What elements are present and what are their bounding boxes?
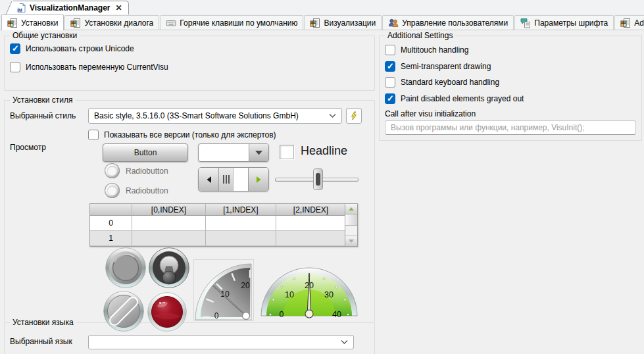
preview-pushbutton-knob	[105, 247, 146, 290]
standard-keyboard-handling-checkbox[interactable]	[385, 77, 395, 88]
tab-parametry-shrifta[interactable]: Параметры шрифта	[514, 15, 614, 30]
preview-slider	[275, 168, 359, 191]
group-language-settings: Установки языка Выбранный язык	[4, 322, 375, 354]
selected-language-label: Выбранный язык	[10, 337, 72, 346]
preview-radiobutton-label: Radiobutton	[126, 166, 168, 176]
preview-meter: 0 10 20 30 40	[259, 266, 359, 323]
preview-rotary-knob	[149, 247, 189, 290]
preview-lamp	[147, 292, 187, 334]
table-header-cell: [2,INDEX]	[276, 204, 345, 215]
document-tab-strip: M VisualizationManager ✕	[0, 0, 644, 15]
show-all-versions-checkbox[interactable]	[88, 130, 99, 140]
lightning-icon	[349, 111, 359, 120]
visualization-settings-icon	[70, 18, 81, 28]
quarter-gauge-label: 20	[241, 281, 250, 290]
preview-combobox	[198, 143, 269, 162]
triangle-down-icon	[348, 239, 355, 243]
group-style-settings: Установки стиля Выбранный стиль Basic st…	[4, 100, 375, 322]
use-unicode-checkbox[interactable]	[10, 43, 20, 54]
tab-label: Управление пользователями	[402, 18, 508, 28]
font-parameters-icon	[520, 18, 531, 28]
keyboard-icon	[166, 18, 176, 28]
visualization-manager-document-icon: M	[16, 3, 26, 13]
settings-tab-bar: Установки Установки диалога Горячие к	[0, 14, 644, 30]
tab-upravlenie-polzovatelyami[interactable]: Управление пользователями	[382, 15, 514, 30]
visualization-settings-icon	[620, 18, 631, 28]
meter-label: 10	[285, 290, 294, 299]
checkbox-label: Paint disabled elements grayed out	[401, 94, 524, 103]
checkbox-label: Использовать переменную CurrentVisu	[26, 63, 168, 72]
tab-ustanovki-dialoga[interactable]: Установки диалога	[64, 15, 159, 30]
chevron-down-icon	[341, 340, 348, 345]
paint-disabled-grayed-checkbox[interactable]	[385, 93, 395, 104]
preview-combobox-arrow	[249, 144, 268, 161]
call-after-visu-init-label: Call after visu initialization	[385, 109, 476, 118]
table-header-cell: [0,INDEX]	[132, 204, 206, 215]
checkbox-row-show-all-versions: Показывать все версии (только для экспер…	[88, 130, 276, 140]
tab-label: Параметры шрифта	[534, 18, 608, 28]
table-cell	[206, 216, 276, 230]
selected-language-combobox[interactable]	[88, 335, 354, 349]
tab-label: Установки	[21, 18, 58, 28]
group-general-settings: Общие установки Использовать строки Unic…	[4, 36, 375, 91]
table-cell	[206, 231, 276, 245]
style-refresh-button[interactable]	[346, 108, 362, 124]
table-cell	[276, 231, 345, 245]
table-header-cell	[90, 204, 132, 215]
spin-left-button	[199, 168, 219, 191]
quarter-gauge-label: 0	[214, 311, 219, 320]
svg-text:M: M	[18, 7, 22, 13]
table-cell	[132, 216, 206, 230]
triangle-up-icon	[348, 207, 355, 211]
table-row: 1	[90, 231, 345, 246]
checkbox-label: Использовать строки Unicode	[26, 44, 134, 53]
users-icon	[388, 18, 399, 28]
close-icon[interactable]: ✕	[115, 3, 122, 13]
meter-label: 30	[324, 290, 334, 299]
chevron-down-icon	[329, 114, 336, 118]
table-header-cell: [1,INDEX]	[206, 204, 276, 215]
scroll-up-button	[345, 204, 357, 215]
group-additional-settings: Additional Settings Multitouch handling …	[379, 36, 642, 141]
preview-radiobutton-label: Radiobutton	[126, 186, 168, 195]
table-cell	[132, 231, 206, 245]
checkbox-label: Semi-transparent drawing	[401, 62, 491, 71]
use-currentvisu-checkbox[interactable]	[10, 62, 20, 72]
visualization-settings-icon	[310, 18, 320, 28]
selected-style-combobox[interactable]: Basic style, 3.5.16.0 (3S-Smart Software…	[88, 108, 342, 124]
tab-label: Установки диалога	[84, 18, 153, 28]
preview-label: Просмотр	[10, 143, 46, 152]
scroll-thumb	[345, 215, 357, 226]
checkbox-row-standard-keyboard: Standard keyboard handling	[385, 77, 499, 88]
document-tab-title: VisualizationManager	[30, 3, 110, 13]
table-row: 0	[90, 216, 345, 231]
multitouch-handling-checkbox[interactable]	[385, 45, 395, 55]
spin-grip	[219, 168, 234, 191]
semi-transparent-drawing-checkbox[interactable]	[385, 61, 395, 72]
group-title: Установки стиля	[10, 95, 76, 105]
tab-label: Advanced Settings	[634, 18, 644, 28]
spin-right-button	[248, 168, 268, 191]
slider-handle	[313, 168, 323, 190]
table-cell: 0	[90, 216, 132, 230]
visualization-settings-icon	[7, 18, 18, 28]
call-after-visu-init-input[interactable]	[385, 120, 636, 135]
preview-headline-checkbox	[280, 145, 294, 159]
checkbox-row-paint-disabled: Paint disabled elements grayed out	[385, 93, 524, 104]
tab-ustanovki[interactable]: Установки	[1, 14, 64, 30]
preview-headline-text: Headline	[301, 144, 347, 158]
tab-vizualizacii[interactable]: Визуализации	[304, 15, 382, 30]
meter-label: 0	[280, 310, 284, 319]
checkbox-row-multitouch: Multitouch handling	[385, 45, 468, 55]
document-tab-visualization-manager[interactable]: M VisualizationManager ✕	[13, 1, 129, 14]
tab-advanced-settings[interactable]: Advanced Settings	[614, 15, 644, 30]
checkbox-label: Показывать все версии (только для экспер…	[104, 130, 276, 139]
triangle-right-icon	[256, 176, 262, 184]
preview-table-header: [0,INDEX] [1,INDEX] [2,INDEX]	[90, 204, 345, 216]
preview-button: Button	[103, 143, 188, 162]
preview-radiobutton	[105, 163, 120, 178]
selected-style-label: Выбранный стиль	[10, 111, 76, 120]
tab-goryachie-klavishi[interactable]: Горячие клавиши по умолчанию	[160, 15, 303, 30]
group-title: Общие установки	[10, 31, 80, 41]
checkbox-label: Multitouch handling	[401, 45, 468, 55]
